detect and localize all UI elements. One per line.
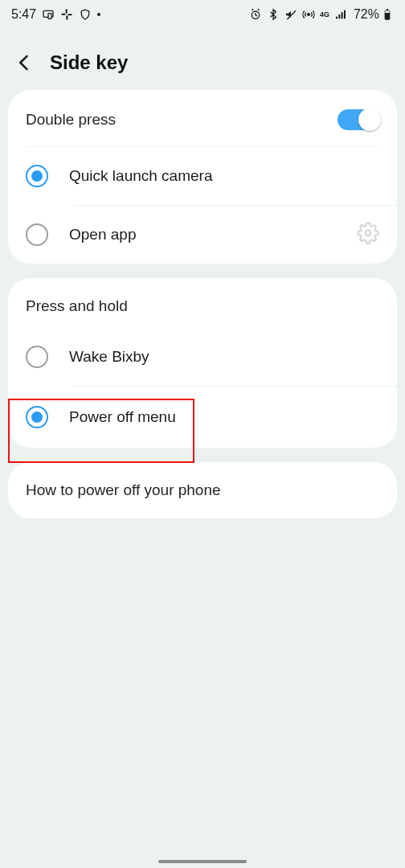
press-hold-header: Press and hold [8,278,397,328]
double-press-toggle[interactable] [338,109,379,130]
radio-power-off[interactable] [26,406,48,428]
double-press-header: Double press [8,90,397,146]
battery-icon [384,8,394,21]
battery-percent: 72% [354,7,379,22]
mute-icon [284,8,297,21]
how-to-power-off[interactable]: How to power off your phone [8,462,397,518]
svg-point-7 [308,14,310,16]
svg-rect-1 [48,14,51,19]
network-4g-icon: 4G [320,10,329,18]
double-press-label: Double press [26,111,116,129]
option-label: Quick launch camera [69,167,212,185]
shield-icon [79,8,92,21]
svg-point-11 [366,231,371,236]
option-wake-bixby[interactable]: Wake Bixby [8,328,397,386]
screen-cast-icon [42,8,55,21]
alarm-icon [249,8,262,21]
svg-rect-5 [68,14,72,15]
option-label: Power off menu [69,408,176,426]
option-label: Open app [69,226,136,244]
press-hold-label: Press and hold [26,297,128,315]
slack-icon [60,8,73,21]
option-power-off-menu[interactable]: Power off menu [8,387,397,448]
page-title: Side key [50,51,128,74]
radio-wake-bixby[interactable] [26,346,48,368]
status-time: 5:47 [11,7,36,22]
dot-icon [97,13,100,16]
svg-rect-10 [385,10,389,13]
back-button[interactable] [13,51,35,74]
bluetooth-icon [267,8,280,21]
option-label: Wake Bixby [69,348,149,366]
home-indicator[interactable] [158,860,247,863]
svg-rect-3 [61,14,65,15]
svg-rect-9 [387,9,389,10]
option-quick-launch-camera[interactable]: Quick launch camera [8,147,397,205]
status-bar: 5:47 4G 72% [0,0,405,29]
hotspot-icon [302,8,315,21]
svg-rect-2 [66,9,68,13]
radio-open-app[interactable] [26,223,48,246]
page-header: Side key [0,29,405,90]
press-hold-card: Press and hold Wake Bixby Power off menu [8,278,397,448]
signal-icon [334,8,347,21]
svg-rect-4 [66,15,68,19]
option-open-app[interactable]: Open app [8,206,397,264]
double-press-card: Double press Quick launch camera Open ap… [8,90,397,264]
radio-quick-launch[interactable] [26,165,48,187]
how-to-power-off-label: How to power off your phone [26,481,221,498]
open-app-settings-button[interactable] [357,222,379,248]
